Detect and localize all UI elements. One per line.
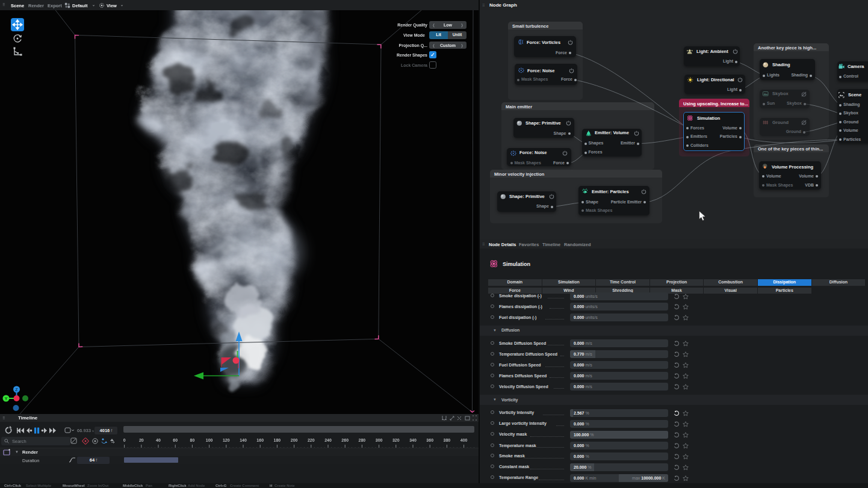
svg-text:Z: Z	[15, 388, 18, 392]
svg-text:Y: Y	[5, 397, 8, 401]
